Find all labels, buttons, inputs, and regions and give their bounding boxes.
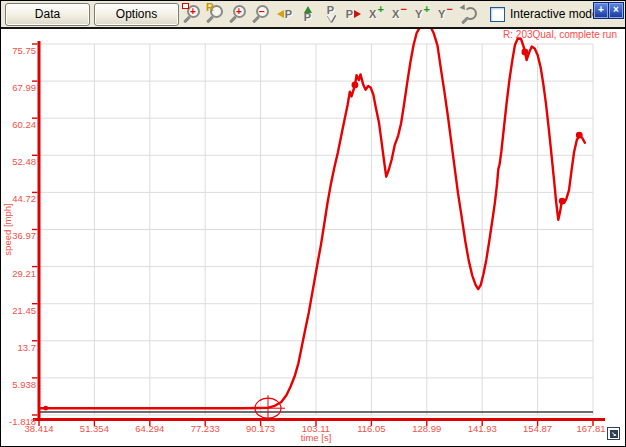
interactive-mode-label: Interactive mode [510,7,599,21]
data-point-marker[interactable] [521,48,528,55]
pan-right-icon[interactable]: P [343,3,365,25]
options-button[interactable]: Options [94,3,179,26]
left-arrow-glyph [277,10,284,18]
speed-curve [39,29,584,408]
popout-resize-icon[interactable]: ↘ [607,427,620,440]
x-tick-label: 38.414 [24,423,53,434]
x-axis-title: time [s] [301,432,332,443]
y-tick-label: 5.938 [12,379,36,390]
zoom-reset-icon[interactable]: R [205,3,227,25]
right-arrow-glyph [354,10,361,18]
down-arrow-glyph [327,15,335,22]
x-tick-label: 128.99 [412,423,441,434]
pan-up-icon[interactable]: P [297,3,319,25]
y-zoom-out-icon[interactable]: Y− [435,3,457,25]
interactive-mode-control: Interactive mode [490,7,599,22]
data-point-marker[interactable] [559,198,566,205]
x-tick-label: 90.173 [246,423,275,434]
close-window-button[interactable]: × [609,3,623,18]
x-axis-highlight[interactable] [33,418,605,421]
y-tick-label: 67.99 [12,82,36,93]
pan-left-icon[interactable]: P [274,3,296,25]
y-tick-label: 44.72 [12,193,36,204]
y-axis-highlight[interactable] [38,41,41,419]
speed-vs-time-plot[interactable]: 75.7567.9960.2452.4844.7236.9729.2121.45… [1,29,625,446]
x-tick-label: 154.87 [523,423,552,434]
x-tick-label: 51.354 [80,423,109,434]
measure-cursor[interactable] [251,395,285,421]
zoom-out-icon[interactable]: − [251,3,273,25]
chart-region: 75.7567.9960.2452.4844.7236.9729.2121.45… [1,29,625,446]
window-controls: + × [593,2,624,19]
y-tick-label: 29.21 [12,268,36,279]
zoom-undo-icon[interactable] [458,3,480,25]
data-point-marker[interactable] [352,81,359,88]
interactive-mode-checkbox[interactable] [490,7,505,22]
data-point-marker[interactable] [43,406,48,411]
y-zoom-in-icon[interactable]: Y+ [412,3,434,25]
y-tick-label: 13.7 [18,342,37,353]
y-axis-title: speed [mph] [2,203,13,255]
data-point-marker[interactable] [576,132,583,139]
y-tick-label: 36.97 [12,230,36,241]
x-tick-label: 167.81 [576,423,605,434]
x-tick-label: 64.294 [135,423,164,434]
signal-annotation: R: 203Qual, complete run [503,29,617,40]
x-tick-label: 77.233 [191,423,220,434]
y-tick-label: 60.24 [12,119,36,130]
plot-window: Data Options + R + − P P [0,0,626,447]
toolbar: Data Options + R + − P P [1,1,625,29]
y-tick-label: 52.48 [12,156,36,167]
zoom-in-icon[interactable]: + [228,3,250,25]
y-tick-label: 21.45 [12,305,36,316]
x-zoom-out-icon[interactable]: X− [389,3,411,25]
y-tick-label: 75.75 [12,45,36,56]
x-zoom-in-icon[interactable]: X+ [366,3,388,25]
x-tick-label: 141.93 [468,423,497,434]
move-window-button[interactable]: + [594,3,608,18]
x-tick-label: 116.05 [357,423,385,434]
data-button[interactable]: Data [5,3,90,26]
zoom-box-icon[interactable]: + [182,3,204,25]
pan-down-icon[interactable]: P [320,3,342,25]
